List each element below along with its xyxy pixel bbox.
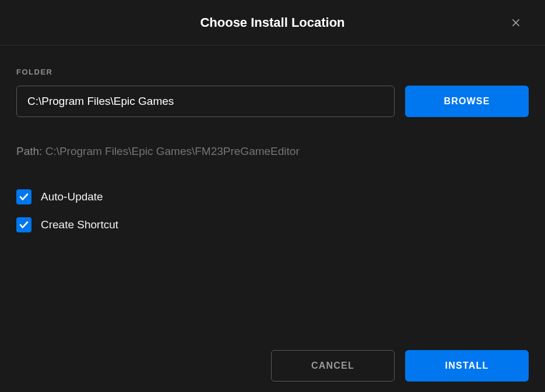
browse-button[interactable]: BROWSE: [405, 86, 529, 117]
folder-input[interactable]: [16, 86, 395, 117]
auto-update-checkbox[interactable]: [16, 189, 31, 204]
create-shortcut-option[interactable]: Create Shortcut: [16, 217, 529, 232]
options-group: Auto-Update Create Shortcut: [16, 189, 529, 232]
create-shortcut-checkbox[interactable]: [16, 217, 31, 232]
auto-update-option[interactable]: Auto-Update: [16, 189, 529, 204]
path-value: C:\Program Files\Epic Games\FM23PreGameE…: [45, 145, 300, 157]
auto-update-label: Auto-Update: [41, 190, 103, 203]
install-button[interactable]: INSTALL: [405, 350, 529, 382]
folder-input-row: BROWSE: [16, 86, 529, 117]
install-location-dialog: Choose Install Location FOLDER BROWSE Pa…: [0, 0, 545, 392]
dialog-footer: CANCEL INSTALL: [0, 350, 545, 392]
install-path-line: Path: C:\Program Files\Epic Games\FM23Pr…: [16, 145, 529, 158]
folder-field-label: FOLDER: [16, 68, 529, 76]
dialog-content: FOLDER BROWSE Path: C:\Program Files\Epi…: [0, 45, 545, 350]
create-shortcut-label: Create Shortcut: [41, 218, 118, 231]
cancel-button[interactable]: CANCEL: [271, 350, 395, 382]
dialog-title: Choose Install Location: [200, 15, 344, 30]
path-label: Path:: [16, 145, 42, 157]
close-icon: [511, 17, 521, 28]
close-button[interactable]: [509, 16, 523, 30]
dialog-header: Choose Install Location: [0, 0, 545, 45]
checkmark-icon: [19, 220, 29, 230]
checkmark-icon: [19, 192, 29, 202]
